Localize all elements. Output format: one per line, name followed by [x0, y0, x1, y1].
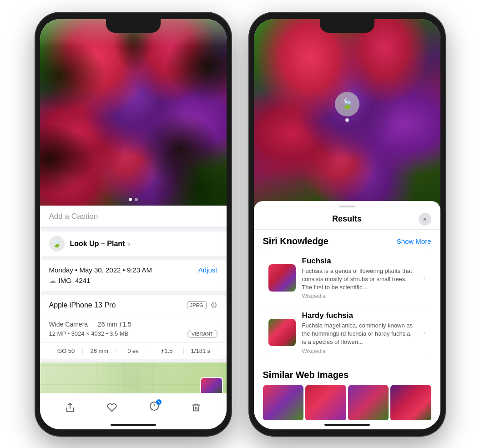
notch: [106, 19, 161, 33]
similar-web-section: Similar Web Images: [254, 363, 440, 420]
exif-iso: ISO 50: [49, 347, 83, 354]
home-bar: [40, 420, 227, 429]
siri-knowledge-section: Siri Knowledge Show More Fuchsia Fuchsia…: [254, 230, 440, 363]
meta-filename-row: ☁ IMG_4241: [49, 277, 217, 285]
results-title: Results: [276, 214, 419, 224]
vibrant-badge: VIBRANT: [187, 330, 217, 338]
meta-date-row: Monday • May 30, 2022 • 9:23 AM Adjust: [49, 266, 217, 274]
page-dot-1: [129, 198, 132, 201]
heart-button[interactable]: [104, 399, 120, 416]
fuchsia-thumbnail: [268, 264, 296, 292]
results-photo: 🍃: [254, 19, 440, 210]
adjust-link[interactable]: Adjust: [198, 266, 217, 274]
fuchsia-chevron: ›: [424, 274, 426, 282]
map-area[interactable]: [40, 362, 227, 393]
knowledge-item-hardy[interactable]: Hardy fuchsia Fuchsia magellanica, commo…: [263, 306, 431, 360]
phone-1: Add a Caption 🍃 Look Up – Plant › Monday…: [35, 13, 231, 436]
knowledge-item-fuchsia[interactable]: Fuchsia Fuchsia is a genus of flowering …: [263, 251, 431, 306]
home-bar-2: [254, 420, 440, 429]
similar-image-1[interactable]: [263, 385, 304, 420]
home-bar-line: [111, 424, 156, 426]
results-panel: Results × Siri Knowledge Show More Fuchs…: [254, 201, 440, 420]
camera-specs: Wide Camera — 26 mm ƒ1.5 12 MP • 3024 × …: [40, 316, 227, 343]
chevron-icon: ›: [128, 240, 130, 247]
cloud-icon: ☁: [49, 277, 56, 285]
caption-input[interactable]: Add a Caption: [49, 212, 98, 221]
exif-row: ISO 50 26 mm 0 ev ƒ1.5 1/181 s: [40, 343, 227, 359]
phone-1-screen: Add a Caption 🍃 Look Up – Plant › Monday…: [40, 19, 227, 429]
settings-icon[interactable]: ⚙: [210, 300, 217, 310]
exif-shutter: 1/181 s: [184, 347, 217, 354]
toolbar: [40, 393, 227, 420]
exif-aperture: ƒ1.5: [150, 347, 184, 354]
fuchsia-desc: Fuchsia is a genus of flowering plants t…: [302, 267, 417, 292]
lookup-icon: 🍃: [49, 236, 65, 252]
flower-image: [40, 19, 227, 206]
results-header: Results ×: [254, 207, 440, 230]
knowledge-card: Fuchsia Fuchsia is a genus of flowering …: [263, 251, 431, 360]
exif-ev: 0 ev: [116, 347, 150, 354]
lookup-text[interactable]: Look Up – Plant ›: [70, 240, 131, 248]
hardy-source: Wikipedia: [302, 348, 417, 354]
visual-lookup-dot: [345, 118, 349, 122]
siri-section-header: Siri Knowledge Show More: [263, 236, 431, 247]
caption-row[interactable]: Add a Caption: [40, 206, 227, 228]
lookup-subject: Plant: [107, 240, 125, 247]
share-button[interactable]: [62, 399, 78, 416]
visual-lookup-button[interactable]: 🍃: [335, 92, 359, 116]
similar-web-title: Similar Web Images: [263, 370, 431, 380]
show-more-link[interactable]: Show More: [397, 237, 431, 245]
leaf-icon: 🍃: [52, 239, 61, 248]
meta-section: Monday • May 30, 2022 • 9:23 AM Adjust ☁…: [40, 260, 227, 291]
siri-knowledge-title: Siri Knowledge: [263, 236, 328, 247]
camera-line1: Wide Camera — 26 mm ƒ1.5: [49, 321, 217, 328]
similar-images: [263, 385, 431, 420]
similar-image-3[interactable]: [348, 385, 389, 420]
phone-2-screen: 🍃 Results × Siri Knowledge Show More: [254, 19, 440, 429]
info-button[interactable]: [146, 399, 162, 416]
meta-date: Monday • May 30, 2022 • 9:23 AM: [49, 266, 152, 274]
camera-details: 12 MP • 3024 × 4032 • 3.5 MB: [49, 330, 129, 337]
device-row: Apple iPhone 13 Pro JPEG ⚙: [40, 295, 227, 316]
hardy-chevron: ›: [424, 329, 426, 336]
lookup-label: Look Up –: [70, 240, 105, 247]
fuchsia-content: Fuchsia Fuchsia is a genus of flowering …: [302, 257, 417, 300]
hardy-thumbnail: [268, 319, 296, 346]
close-button[interactable]: ×: [419, 213, 431, 226]
similar-image-4[interactable]: [390, 385, 431, 420]
home-bar-line-2: [324, 424, 370, 426]
hardy-content: Hardy fuchsia Fuchsia magellanica, commo…: [302, 311, 417, 354]
device-name: Apple iPhone 13 Pro: [49, 301, 116, 309]
fuchsia-name: Fuchsia: [302, 257, 417, 266]
hardy-name: Hardy fuchsia: [302, 311, 417, 320]
hardy-desc: Fuchsia magellanica, commonly known as t…: [302, 322, 417, 347]
notch-2: [320, 19, 374, 33]
page-dot-2: [135, 198, 138, 201]
exif-focal: 26 mm: [83, 347, 116, 354]
page-indicator: [129, 198, 138, 201]
trash-button[interactable]: [188, 399, 204, 416]
format-badge: JPEG: [187, 301, 207, 309]
photo-area[interactable]: [40, 19, 227, 206]
lookup-row[interactable]: 🍃 Look Up – Plant ›: [40, 232, 227, 256]
info-area[interactable]: Add a Caption 🍃 Look Up – Plant › Monday…: [40, 206, 227, 393]
device-badges: JPEG ⚙: [187, 300, 217, 310]
meta-filename: IMG_4241: [59, 277, 91, 284]
phone-2: 🍃 Results × Siri Knowledge Show More: [249, 13, 445, 436]
similar-image-2[interactable]: [305, 385, 346, 420]
camera-line2: 12 MP • 3024 × 4032 • 3.5 MB VIBRANT: [49, 330, 217, 338]
map-thumbnail: [200, 377, 223, 393]
device-section: Apple iPhone 13 Pro JPEG ⚙ Wide Camera —…: [40, 295, 227, 359]
fuchsia-source: Wikipedia: [302, 293, 417, 299]
